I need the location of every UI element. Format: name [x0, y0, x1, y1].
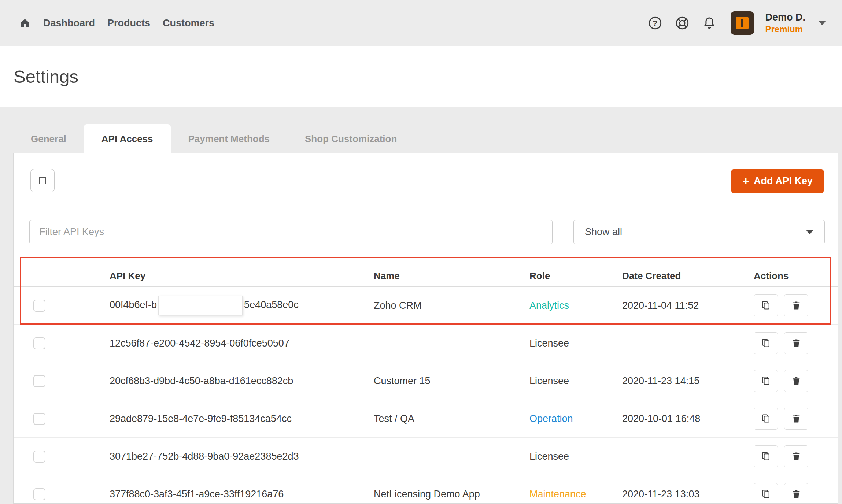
date-cell: 2020-11-23 13:03: [622, 489, 738, 500]
row-checkbox[interactable]: [33, 337, 45, 349]
copy-icon: [760, 375, 771, 386]
api-key-cell: 20cf68b3-d9bd-4c50-a8ba-d161ecc882cb: [110, 375, 374, 387]
row-checkbox[interactable]: [33, 488, 45, 500]
row-checkbox[interactable]: [33, 451, 45, 463]
checkbox-icon: [39, 177, 46, 184]
delete-api-key-button[interactable]: [784, 483, 808, 504]
copy-api-key-button[interactable]: [754, 445, 778, 467]
trash-icon: [791, 376, 801, 386]
date-cell: 2020-11-23 14:15: [622, 375, 738, 387]
api-access-panel: + Add API Key Show all API Key Name Role…: [13, 153, 838, 504]
role-cell: Licensee: [529, 451, 622, 462]
show-filter-select[interactable]: Show all: [573, 220, 825, 244]
date-cell: 2020-10-01 16:48: [622, 413, 738, 425]
copy-api-key-button[interactable]: [754, 370, 778, 392]
api-key-cell: 3071be27-752b-4d88-9ba0-92ae2385e2d3: [110, 451, 374, 462]
help-icon[interactable]: ?: [647, 15, 663, 31]
header-role: Role: [529, 270, 622, 282]
plus-icon: +: [742, 175, 749, 187]
select-caret-icon: [806, 230, 813, 234]
name-cell: Test / QA: [374, 413, 529, 425]
trash-icon: [791, 451, 801, 462]
trash-icon: [791, 414, 801, 424]
delete-api-key-button[interactable]: [784, 294, 808, 316]
name-cell: Zoho CRM: [374, 300, 529, 311]
api-keys-table: API Key Name Role Date Created Actions 0…: [14, 266, 838, 504]
date-cell: 2020-11-04 11:52: [622, 300, 738, 311]
page-body: General API Access Payment Methods Shop …: [0, 107, 842, 504]
trash-icon: [791, 300, 801, 311]
page-header: Settings: [0, 46, 842, 107]
copy-icon: [760, 338, 771, 349]
copy-api-key-button[interactable]: [754, 483, 778, 504]
delete-api-key-button[interactable]: [784, 445, 808, 467]
name-cell: NetLicensing Demo App: [374, 489, 529, 500]
add-api-key-button[interactable]: + Add API Key: [731, 169, 824, 193]
role-cell: Operation: [529, 413, 622, 425]
brand-logo-icon: [736, 17, 749, 29]
trash-icon: [791, 338, 801, 348]
nav-item-dashboard[interactable]: Dashboard: [43, 18, 95, 29]
support-icon[interactable]: [674, 15, 690, 31]
table-row: 3071be27-752b-4d88-9ba0-92ae2385e2d3 Lic…: [14, 438, 838, 475]
home-icon[interactable]: [19, 18, 31, 29]
copy-icon: [760, 451, 771, 462]
role-cell: Licensee: [529, 375, 622, 387]
redaction-overlay: [158, 296, 243, 315]
row-checkbox[interactable]: [33, 413, 45, 425]
api-key-cell: 12c56f87-e200-4542-8954-06f0fce50507: [110, 338, 374, 349]
nav-item-products[interactable]: Products: [107, 18, 150, 29]
copy-api-key-button[interactable]: [754, 294, 778, 316]
header-api-key: API Key: [110, 270, 374, 282]
screen: Dashboard Products Customers ?: [0, 0, 842, 504]
table-row: 12c56f87-e200-4542-8954-06f0fce50507 Lic…: [14, 325, 838, 362]
header-name: Name: [374, 270, 529, 282]
table-row: 29ade879-15e8-4e7e-9fe9-f85134ca54cc Tes…: [14, 400, 838, 438]
role-cell: Analytics: [529, 300, 622, 311]
svg-text:?: ?: [653, 18, 658, 28]
tab-api-access[interactable]: API Access: [84, 124, 171, 153]
api-key-cell: 377f88c0-3af3-45f1-a9ce-33ff19216a76: [110, 489, 374, 500]
bulk-select-button[interactable]: [30, 169, 55, 192]
row-checkbox[interactable]: [33, 300, 45, 312]
tab-payment-methods[interactable]: Payment Methods: [171, 124, 288, 153]
filter-api-keys-input[interactable]: [29, 220, 553, 244]
table-row: 00f4b6ef-b5e40a58e0c Zoho CRM Analytics …: [14, 287, 838, 325]
delete-api-key-button[interactable]: [784, 370, 808, 392]
copy-icon: [760, 413, 771, 424]
table-header-row: API Key Name Role Date Created Actions: [14, 266, 838, 287]
table-row: 20cf68b3-d9bd-4c50-a8ba-d161ecc882cb Cus…: [14, 362, 838, 400]
user-avatar[interactable]: [731, 11, 754, 35]
copy-api-key-button[interactable]: [754, 332, 778, 354]
header-date-created: Date Created: [622, 270, 738, 282]
api-key-prefix: 00f4b6ef-b: [110, 299, 157, 310]
user-name: Demo D.: [765, 12, 805, 23]
api-key-cell: 29ade879-15e8-4e7e-9fe9-f85134ca54cc: [110, 413, 374, 425]
trash-icon: [791, 489, 801, 499]
user-menu[interactable]: Demo D. Premium: [765, 12, 805, 34]
role-cell: Maintenance: [529, 489, 622, 500]
copy-icon: [760, 489, 771, 500]
delete-api-key-button[interactable]: [784, 408, 808, 430]
page-title: Settings: [14, 66, 78, 87]
tab-bar: General API Access Payment Methods Shop …: [13, 124, 842, 153]
show-filter-value: Show all: [585, 226, 622, 238]
api-key-cell: 00f4b6ef-b5e40a58e0c: [110, 296, 374, 315]
tab-general[interactable]: General: [13, 124, 84, 153]
header-actions: Actions: [738, 270, 838, 282]
delete-api-key-button[interactable]: [784, 332, 808, 354]
copy-api-key-button[interactable]: [754, 408, 778, 430]
role-cell: Licensee: [529, 338, 622, 349]
name-cell: Customer 15: [374, 375, 529, 387]
user-plan-badge: Premium: [765, 24, 803, 34]
tab-shop-customization[interactable]: Shop Customization: [287, 124, 414, 153]
row-checkbox[interactable]: [33, 375, 45, 387]
chevron-down-icon[interactable]: [819, 21, 826, 25]
notifications-icon[interactable]: [701, 15, 717, 31]
api-key-suffix: 5e40a58e0c: [244, 299, 299, 310]
divider: [14, 207, 838, 207]
nav-item-customers[interactable]: Customers: [163, 18, 214, 29]
add-api-key-label: Add API Key: [754, 175, 813, 187]
table-row: 377f88c0-3af3-45f1-a9ce-33ff19216a76 Net…: [14, 475, 838, 504]
nav-left: Dashboard Products Customers: [19, 18, 214, 29]
